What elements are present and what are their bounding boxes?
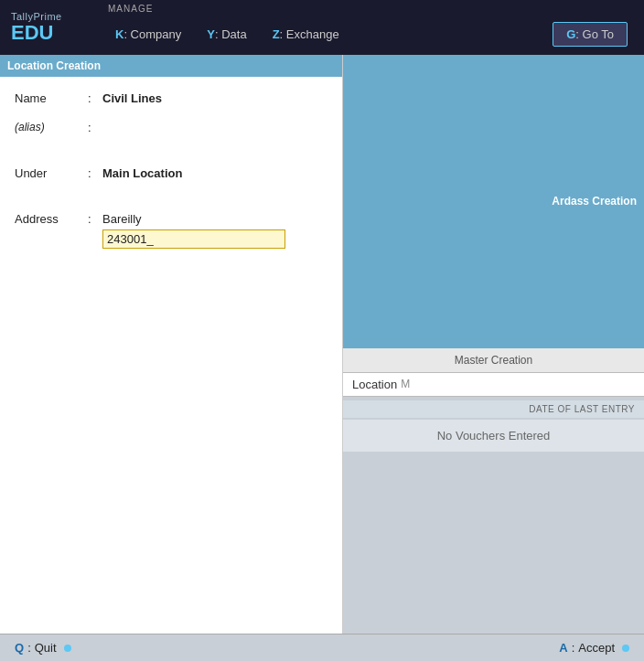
accept-colon: : — [572, 641, 575, 655]
quit-colon: : — [27, 641, 31, 655]
name-row: Name : Civil Lines — [15, 90, 327, 110]
address-input[interactable] — [102, 229, 285, 249]
m-label: M — [397, 378, 410, 390]
quit-button[interactable]: Q : Quit — [0, 634, 86, 661]
address-line1: Bareilly — [102, 210, 285, 226]
left-panel: Location Creation Name : Civil Lines (al… — [0, 55, 343, 634]
goto-shortcut: G — [566, 27, 575, 41]
spacer-2 — [15, 194, 327, 210]
alias-label: (alias) — [15, 119, 88, 133]
name-colon: : — [88, 90, 102, 105]
under-value: Main Location — [102, 165, 182, 180]
address-label: Address — [15, 210, 88, 226]
nav-exchange-button[interactable]: Z: Exchange — [265, 24, 358, 45]
tally-brand: TallyPrime EDU — [0, 0, 101, 55]
address-fields: Bareilly — [102, 210, 285, 249]
accept-shortcut: A — [559, 641, 567, 655]
nav-area: MANAGE K: Company Y: Data Z: Exchange G:… — [101, 0, 644, 55]
date-last-entry-bar: DATE OF LAST ENTRY — [343, 400, 644, 418]
main-content: Location Creation Name : Civil Lines (al… — [0, 55, 644, 634]
accept-indicator — [622, 645, 629, 652]
master-creation-bar: Master Creation — [343, 348, 644, 373]
name-label: Name — [15, 90, 88, 105]
nav-data-button[interactable]: Y: Data — [199, 24, 264, 45]
location-field-label: Location — [352, 378, 397, 391]
right-body: Master Creation Location M DATE OF LAST … — [343, 348, 644, 634]
address-colon: : — [88, 210, 102, 226]
manage-label: MANAGE — [101, 0, 644, 14]
quit-indicator — [64, 645, 71, 652]
alias-colon: : — [88, 119, 102, 134]
alias-row: (alias) : — [15, 119, 327, 139]
nav-buttons: K: Company Y: Data Z: Exchange G: Go To — [101, 14, 644, 55]
exchange-shortcut: Z — [273, 27, 280, 41]
form-area: Name : Civil Lines (alias) : Under : Mai… — [0, 77, 342, 634]
ardass-creation-header: Ardass Creation — [343, 55, 644, 348]
data-shortcut: Y — [207, 27, 215, 41]
name-value: Civil Lines — [102, 90, 162, 105]
company-shortcut: K — [115, 27, 123, 41]
quit-shortcut: Q — [15, 641, 24, 655]
under-row: Under : Main Location — [15, 165, 327, 185]
under-label: Under — [15, 165, 88, 180]
goto-button[interactable]: G: Go To — [553, 22, 628, 47]
right-panel: Ardass Creation Master Creation Location… — [343, 55, 644, 634]
quit-label: Quit — [35, 641, 57, 655]
spacer-1 — [15, 148, 327, 165]
location-field-bar: Location M — [343, 373, 644, 397]
bottom-bar: Q : Quit A : Accept — [0, 634, 644, 661]
no-vouchers-label: No Vouchers Entered — [343, 420, 644, 452]
accept-button[interactable]: A : Accept — [544, 634, 644, 661]
address-row: Address : Bareilly — [15, 210, 327, 249]
under-colon: : — [88, 165, 102, 180]
top-bar: TallyPrime EDU MANAGE K: Company Y: Data… — [0, 0, 644, 55]
location-creation-header: Location Creation — [0, 55, 342, 77]
tally-edu-label: EDU — [11, 22, 90, 44]
accept-label: Accept — [578, 641, 615, 655]
nav-company-button[interactable]: K: Company — [108, 24, 199, 45]
